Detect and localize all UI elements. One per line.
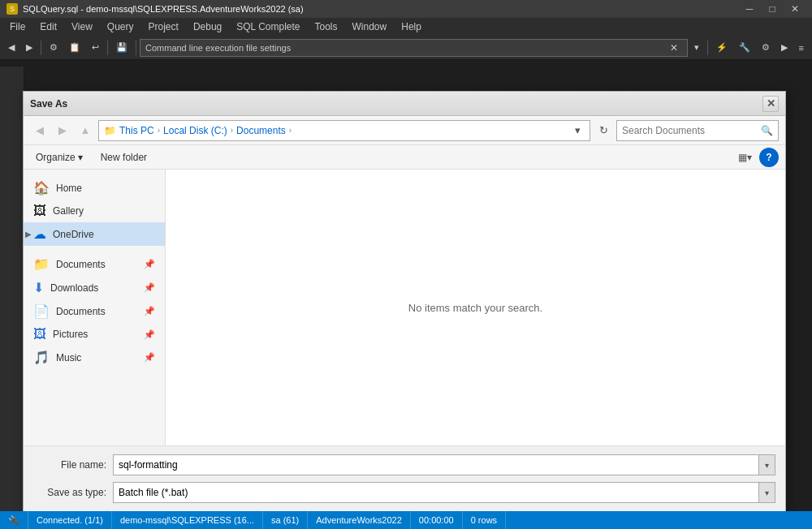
- filename-row: File name: ▾: [33, 454, 775, 475]
- main-toolbar: ◀ ▶ ⚙ 📋 ↩ 💾 Command line execution file …: [0, 36, 812, 60]
- view-button[interactable]: ▦ ▾: [735, 148, 754, 167]
- status-server: demo-mssql\SQLEXPRESS (16...: [112, 511, 263, 529]
- menu-bar: File Edit View Query Project Debug SQL C…: [0, 18, 812, 36]
- menu-tools[interactable]: Tools: [309, 19, 344, 34]
- sidebar-label-documents: Documents: [56, 259, 137, 270]
- home-icon: 🏠: [33, 180, 50, 196]
- breadcrumb-thispc[interactable]: This PC: [119, 125, 154, 136]
- status-time: 00:00:00: [411, 511, 463, 529]
- back-btn[interactable]: ◀: [3, 40, 19, 55]
- toolbar-icon-4[interactable]: 💾: [111, 40, 132, 55]
- minimize-button[interactable]: ─: [739, 0, 760, 18]
- breadcrumb-sep-1: ›: [158, 126, 160, 135]
- sidebar-label-home: Home: [56, 183, 155, 194]
- savetype-dropdown-btn[interactable]: ▾: [759, 482, 775, 503]
- search-box: 🔍: [616, 120, 779, 141]
- maximize-button[interactable]: □: [762, 0, 783, 18]
- sidebar-item-gallery[interactable]: 🖼 Gallery: [24, 200, 165, 222]
- dialog-body: 🏠 Home 🖼 Gallery ▶ ☁ OneDrive 📁 Document…: [24, 170, 785, 445]
- sidebar-item-documents[interactable]: 📁 Documents 📌: [24, 252, 165, 276]
- breadcrumb-expand-btn[interactable]: ▾: [570, 123, 585, 138]
- toolbar-icon-6[interactable]: 🔧: [734, 40, 755, 55]
- empty-message: No items match your search.: [408, 302, 542, 314]
- toolbar-icon-7[interactable]: ⚙: [757, 40, 775, 55]
- app-icon: S: [6, 3, 18, 15]
- status-connection-icon: 🔌: [0, 511, 28, 529]
- sidebar-item-home[interactable]: 🏠 Home: [24, 176, 165, 200]
- window-title: SQLQuery.sql - demo-mssql\SQLEXPRESS.Adv…: [23, 4, 304, 14]
- toolbar-sep-4: [707, 41, 708, 55]
- menu-window[interactable]: Window: [346, 19, 394, 34]
- sidebar-item-pictures[interactable]: 🖼 Pictures 📌: [24, 323, 165, 346]
- music-icon: 🎵: [33, 350, 50, 365]
- command-bar-close[interactable]: ✕: [666, 41, 682, 55]
- dialog-title-bar: Save As ✕: [24, 92, 785, 116]
- sidebar-label-downloads: Downloads: [50, 282, 137, 294]
- filename-label: File name:: [33, 459, 106, 471]
- pin-icon-music: 📌: [144, 352, 155, 363]
- menu-project[interactable]: Project: [142, 19, 185, 34]
- menu-file[interactable]: File: [3, 19, 32, 34]
- savetype-input[interactable]: [113, 482, 759, 503]
- dialog-close-button[interactable]: ✕: [762, 96, 779, 112]
- nav-back-button[interactable]: ◀: [30, 121, 50, 140]
- help-button[interactable]: ?: [759, 148, 779, 167]
- savetype-label: Save as type:: [33, 487, 106, 498]
- filename-dropdown-btn[interactable]: ▾: [759, 454, 775, 475]
- editor-bg: [0, 60, 812, 67]
- menu-help[interactable]: Help: [395, 19, 428, 34]
- status-rows: 0 rows: [463, 511, 506, 529]
- toolbar-dropdown[interactable]: ▾: [689, 40, 704, 55]
- menu-view[interactable]: View: [65, 19, 99, 34]
- toolbar-icon-1[interactable]: ⚙: [45, 40, 63, 55]
- toolbar-sep-1: [41, 41, 41, 55]
- breadcrumb-folder-icon: 📁: [104, 125, 116, 136]
- menu-debug[interactable]: Debug: [187, 19, 228, 34]
- expand-arrow-icon: ▶: [25, 230, 32, 239]
- nav-up-button[interactable]: ▲: [76, 121, 95, 140]
- pin-icon-documents2: 📌: [144, 306, 155, 316]
- new-folder-button[interactable]: New folder: [93, 148, 154, 166]
- pin-icon-pictures: 📌: [144, 329, 155, 340]
- sidebar-item-music[interactable]: 🎵 Music 📌: [24, 346, 165, 369]
- filename-input[interactable]: [113, 454, 759, 475]
- dialog-toolbar: Organize ▾ New folder ▦ ▾ ?: [24, 145, 785, 170]
- sidebar-item-onedrive[interactable]: ▶ ☁ OneDrive: [24, 222, 165, 246]
- pin-icon-downloads: 📌: [144, 282, 155, 293]
- search-icon: 🔍: [761, 125, 773, 136]
- menu-edit[interactable]: Edit: [33, 19, 63, 34]
- nav-forward-button[interactable]: ▶: [53, 121, 72, 140]
- onedrive-icon: ☁: [33, 226, 46, 242]
- breadcrumb-documents[interactable]: Documents: [236, 125, 286, 136]
- toolbar-icon-8[interactable]: ▶: [776, 40, 793, 55]
- savetype-row: Save as type: ▾: [33, 482, 775, 503]
- toolbar-icon-5[interactable]: ⚡: [711, 40, 732, 55]
- toolbar-sep-3: [136, 41, 136, 55]
- close-button[interactable]: ✕: [784, 0, 806, 18]
- save-as-dialog: Save As ✕ ◀ ▶ ▲ 📁 This PC › Local Disk (…: [23, 91, 786, 529]
- left-panel: [0, 67, 24, 511]
- search-input[interactable]: [622, 125, 758, 136]
- sidebar-item-downloads[interactable]: ⬇ Downloads 📌: [24, 276, 165, 299]
- status-connection: Connected. (1/1): [28, 511, 112, 529]
- forward-btn[interactable]: ▶: [21, 40, 37, 55]
- nav-refresh-button[interactable]: ↻: [594, 121, 613, 140]
- filename-input-container: ▾: [113, 454, 775, 475]
- title-bar: S SQLQuery.sql - demo-mssql\SQLEXPRESS.A…: [0, 0, 812, 18]
- title-bar-controls: ─ □ ✕: [739, 0, 806, 18]
- breadcrumb-sep-2: ›: [231, 126, 233, 135]
- organize-button[interactable]: Organize ▾: [30, 148, 89, 166]
- downloads-icon: ⬇: [33, 280, 44, 295]
- breadcrumb-sep-3: ›: [289, 126, 292, 135]
- toolbar-icon-9[interactable]: ≡: [794, 41, 809, 55]
- sidebar-item-documents2[interactable]: 📄 Documents 📌: [24, 299, 165, 323]
- documents2-icon: 📄: [33, 303, 50, 319]
- menu-sqlcomplete[interactable]: SQL Complete: [230, 19, 306, 34]
- menu-query[interactable]: Query: [101, 19, 140, 34]
- toolbar-sep-2: [107, 41, 108, 55]
- toolbar-icon-3[interactable]: ↩: [87, 40, 104, 55]
- pin-icon-documents: 📌: [144, 259, 155, 269]
- toolbar-icon-2[interactable]: 📋: [64, 40, 85, 55]
- dialog-title-text: Save As: [30, 98, 67, 110]
- breadcrumb-localdisk[interactable]: Local Disk (C:): [163, 125, 227, 136]
